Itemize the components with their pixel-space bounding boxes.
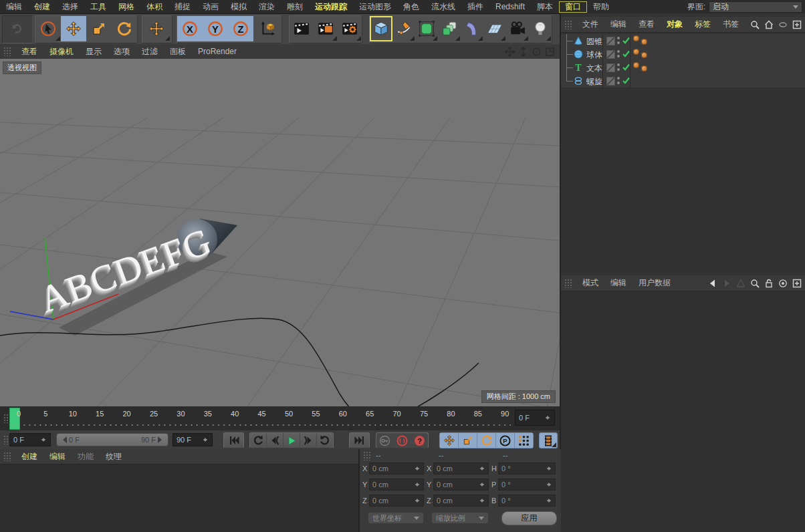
go-to-end-button[interactable] xyxy=(349,432,370,448)
stepper-icon[interactable] xyxy=(415,464,421,473)
keyframe-pla-button[interactable] xyxy=(515,433,533,448)
position-field[interactable]: 0 cm xyxy=(369,479,424,491)
layer-toggle[interactable] xyxy=(606,77,615,86)
scale-mode-dropdown[interactable]: 缩放比例 xyxy=(431,512,489,524)
last-tool-move-button[interactable] xyxy=(142,16,170,41)
start-frame-field[interactable]: 0 F xyxy=(9,433,51,446)
menu-item[interactable]: 标签 xyxy=(689,19,717,30)
panel-grip[interactable] xyxy=(363,451,372,460)
keyframe-rotation-button[interactable] xyxy=(477,433,496,448)
menu-item[interactable]: 用户数据 xyxy=(632,277,677,289)
object-type-icon[interactable] xyxy=(574,76,583,86)
rotate-tool-button[interactable] xyxy=(112,16,137,41)
undo-button[interactable] xyxy=(3,16,31,41)
end-frame-field[interactable]: 90 F xyxy=(172,433,213,446)
menu-item[interactable]: 插件 xyxy=(461,1,489,13)
maximize-view-icon[interactable] xyxy=(544,46,556,57)
filter-icon[interactable] xyxy=(778,19,788,29)
stepper-icon[interactable] xyxy=(415,497,421,505)
visibility-toggles[interactable] xyxy=(617,50,620,58)
object-type-icon[interactable] xyxy=(574,36,583,45)
stepper-icon[interactable] xyxy=(480,464,485,473)
search-icon[interactable] xyxy=(750,278,760,288)
move-tool-button[interactable] xyxy=(61,16,86,41)
pen-spline-button[interactable] xyxy=(392,16,415,41)
menu-item[interactable]: 编辑 xyxy=(0,1,28,13)
object-tag-icon[interactable] xyxy=(633,49,639,55)
render-picture-viewer-button[interactable] xyxy=(314,16,338,41)
visibility-toggles[interactable] xyxy=(617,77,620,85)
history-back-icon[interactable] xyxy=(707,278,717,288)
record-key-button[interactable] xyxy=(376,433,394,448)
object-tag-icon[interactable] xyxy=(633,35,639,41)
menu-item[interactable]: 功能 xyxy=(72,451,100,462)
rotation-field[interactable]: 0 ° xyxy=(498,495,556,507)
menu-item[interactable]: 脚本 xyxy=(531,1,559,13)
menu-item[interactable]: 文件 xyxy=(576,19,604,30)
go-to-start-button[interactable] xyxy=(223,432,244,448)
enable-toggle[interactable] xyxy=(622,76,630,85)
menu-item[interactable]: Redshift xyxy=(489,2,531,11)
object-type-icon[interactable] xyxy=(574,49,583,59)
camera-button[interactable] xyxy=(506,16,529,41)
stepper-icon[interactable] xyxy=(546,414,551,422)
subdivision-surface-button[interactable] xyxy=(415,16,438,41)
visibility-toggles[interactable] xyxy=(617,37,620,45)
menu-item[interactable]: 捕捉 xyxy=(168,1,197,13)
menu-item[interactable]: 雕刻 xyxy=(281,1,309,13)
deformer-button[interactable] xyxy=(461,16,483,41)
panel-grip[interactable] xyxy=(3,452,12,461)
previous-frame-button[interactable] xyxy=(267,433,283,448)
menu-item[interactable]: 对象 xyxy=(661,19,689,30)
render-settings-button[interactable] xyxy=(338,16,362,41)
previous-key-button[interactable] xyxy=(250,433,267,448)
range-left-arrow-icon[interactable] xyxy=(60,436,67,443)
menu-item[interactable]: 模拟 xyxy=(225,1,253,13)
target-icon[interactable] xyxy=(778,278,788,288)
current-frame-field[interactable]: 0 F xyxy=(515,410,555,426)
menu-item[interactable]: 运动图形 xyxy=(353,1,397,13)
perspective-viewport[interactable]: Y Z X ABCDEFG 透视视图 网格间距 : 1000 cm xyxy=(0,59,560,406)
menu-item[interactable]: 体积 xyxy=(140,1,168,13)
menu-item[interactable]: 运动跟踪 xyxy=(309,1,353,13)
dolly-view-icon[interactable] xyxy=(518,46,529,57)
coordinate-system-button[interactable] xyxy=(253,16,281,41)
menu-item[interactable]: 书签 xyxy=(717,19,745,30)
search-icon[interactable] xyxy=(750,19,760,29)
layer-toggle[interactable] xyxy=(606,37,615,45)
menu-item[interactable]: 角色 xyxy=(397,1,425,13)
object-row[interactable]: 球体 xyxy=(561,47,805,61)
menu-item[interactable]: 创建 xyxy=(28,1,56,13)
menu-item[interactable]: 渲染 xyxy=(253,1,281,13)
render-view-button[interactable] xyxy=(290,16,314,41)
menu-item[interactable]: 查看 xyxy=(632,19,661,30)
timeline-panel-button[interactable] xyxy=(539,432,558,448)
light-button[interactable] xyxy=(529,16,552,41)
menu-item[interactable]: 网格 xyxy=(112,1,140,13)
add-cube-primitive-button[interactable] xyxy=(370,16,392,41)
enable-toggle[interactable] xyxy=(622,49,630,58)
menu-item[interactable]: 编辑 xyxy=(43,451,72,462)
next-key-button[interactable] xyxy=(317,433,333,448)
keyframe-parameter-button[interactable]: P xyxy=(496,433,515,448)
layer-toggle[interactable] xyxy=(606,63,615,72)
object-name[interactable]: 文本 xyxy=(586,63,602,74)
menu-item[interactable]: 窗口 xyxy=(559,1,587,13)
timeline-ruler[interactable]: 051015202530354045505560657075808590 0 F xyxy=(0,406,560,431)
y-axis-lock-button[interactable]: Y xyxy=(203,16,228,41)
object-row[interactable]: 螺旋 xyxy=(561,74,805,88)
menu-item[interactable]: ProRender xyxy=(192,47,243,56)
autokey-record-button[interactable] xyxy=(394,433,411,448)
object-row[interactable]: 圆锥 xyxy=(561,34,805,48)
stepper-icon[interactable] xyxy=(415,481,421,489)
object-name[interactable]: 螺旋 xyxy=(586,76,602,88)
coordinate-system-dropdown[interactable]: 世界坐标 xyxy=(368,512,424,524)
scale-tool-button[interactable] xyxy=(86,16,112,41)
panel-grip[interactable] xyxy=(564,20,573,29)
enable-toggle[interactable] xyxy=(622,63,630,72)
menu-item[interactable]: 摄像机 xyxy=(43,46,80,57)
menu-item[interactable]: 帮助 xyxy=(587,1,615,13)
apply-button[interactable]: 应用 xyxy=(501,511,557,525)
stepper-icon[interactable] xyxy=(547,497,552,505)
pan-view-icon[interactable] xyxy=(504,46,515,57)
